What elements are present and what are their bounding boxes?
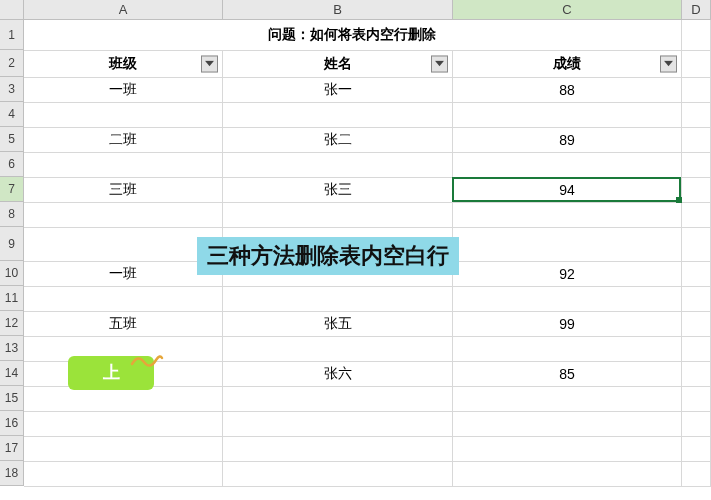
col-header-D[interactable]: D (682, 0, 711, 20)
row-header-13[interactable]: 13 (0, 336, 24, 361)
cell-D12[interactable] (682, 311, 711, 336)
row-header-3[interactable]: 3 (0, 77, 24, 102)
row-header-16[interactable]: 16 (0, 411, 24, 436)
cell-B11[interactable] (223, 286, 453, 311)
row-header-18[interactable]: 18 (0, 461, 24, 486)
cell-D13[interactable] (682, 336, 711, 361)
filter-button-score[interactable] (660, 55, 677, 72)
column-headers: A B C D (0, 0, 711, 20)
cell-C12[interactable]: 99 (453, 311, 682, 336)
header-class[interactable]: 班级 (24, 50, 223, 77)
cell-A7[interactable]: 三班 (24, 177, 223, 202)
header-class-label: 班级 (109, 55, 137, 71)
row-header-2[interactable]: 2 (0, 50, 24, 77)
row-header-5[interactable]: 5 (0, 127, 24, 152)
select-all-corner[interactable] (0, 0, 24, 20)
overlay-caption: 三种方法删除表内空白行 (197, 237, 459, 275)
cell-C13[interactable] (453, 336, 682, 361)
row-header-12[interactable]: 12 (0, 311, 24, 336)
cell-D10[interactable] (682, 261, 711, 286)
cell-B8[interactable] (223, 202, 453, 227)
cell-C6[interactable] (453, 152, 682, 177)
cell-D17[interactable] (682, 436, 711, 461)
cell-A11[interactable] (24, 286, 223, 311)
title-cell[interactable]: 问题：如何将表内空行删除 (24, 20, 682, 50)
cell-B5[interactable]: 张二 (223, 127, 453, 152)
row-header-15[interactable]: 15 (0, 386, 24, 411)
cell-B4[interactable] (223, 102, 453, 127)
cell-A4[interactable] (24, 102, 223, 127)
cell-A8[interactable] (24, 202, 223, 227)
cell-A16[interactable] (24, 411, 223, 436)
row-header-14[interactable]: 14 (0, 361, 24, 386)
col-header-B[interactable]: B (223, 0, 453, 20)
row-header-10[interactable]: 10 (0, 261, 24, 286)
cell-D11[interactable] (682, 286, 711, 311)
cell-A18[interactable] (24, 461, 223, 486)
cell-C5[interactable]: 89 (453, 127, 682, 152)
row-header-11[interactable]: 11 (0, 286, 24, 311)
cell-C4[interactable] (453, 102, 682, 127)
cell-A12[interactable]: 五班 (24, 311, 223, 336)
row-header-8[interactable]: 8 (0, 202, 24, 227)
filter-button-name[interactable] (431, 55, 448, 72)
cell-D16[interactable] (682, 411, 711, 436)
cell-B6[interactable] (223, 152, 453, 177)
cell-C9[interactable] (453, 227, 682, 261)
col-header-C[interactable]: C (453, 0, 682, 20)
cell-C15[interactable] (453, 386, 682, 411)
cell-D7[interactable] (682, 177, 711, 202)
cell-D15[interactable] (682, 386, 711, 411)
cell-B3[interactable]: 张一 (223, 77, 453, 102)
cell-C18[interactable] (453, 461, 682, 486)
cell-D9[interactable] (682, 227, 711, 261)
header-name-label: 姓名 (324, 55, 352, 71)
cell-B13[interactable] (223, 336, 453, 361)
cell-B14[interactable]: 张六 (223, 361, 453, 386)
cell-C7[interactable]: 94 (453, 177, 682, 202)
col-header-A[interactable]: A (24, 0, 223, 20)
row-header-4[interactable]: 4 (0, 102, 24, 127)
cell-B7[interactable]: 张三 (223, 177, 453, 202)
cell-B16[interactable] (223, 411, 453, 436)
cell-A3[interactable]: 一班 (24, 77, 223, 102)
cell-B18[interactable] (223, 461, 453, 486)
row-header-9[interactable]: 9 (0, 227, 24, 261)
cell-D14[interactable] (682, 361, 711, 386)
cell-B15[interactable] (223, 386, 453, 411)
header-score-label: 成绩 (553, 55, 581, 71)
scribble-icon (130, 350, 164, 370)
cell-C16[interactable] (453, 411, 682, 436)
filter-button-class[interactable] (201, 55, 218, 72)
header-score[interactable]: 成绩 (453, 50, 682, 77)
cell-D4[interactable] (682, 102, 711, 127)
cell-A17[interactable] (24, 436, 223, 461)
cell-D2[interactable] (682, 50, 711, 77)
cell-A10[interactable]: 一班 (24, 261, 223, 286)
cell-C11[interactable] (453, 286, 682, 311)
cell-A5[interactable]: 二班 (24, 127, 223, 152)
cell-D6[interactable] (682, 152, 711, 177)
cell-D5[interactable] (682, 127, 711, 152)
cell-D8[interactable] (682, 202, 711, 227)
cell-C8[interactable] (453, 202, 682, 227)
cell-C3[interactable]: 88 (453, 77, 682, 102)
cell-A6[interactable] (24, 152, 223, 177)
row-headers: 1 2 3 4 5 6 7 8 9 10 11 12 13 14 15 16 1… (0, 20, 24, 487)
cell-C17[interactable] (453, 436, 682, 461)
cell-D18[interactable] (682, 461, 711, 486)
cell-B12[interactable]: 张五 (223, 311, 453, 336)
header-name[interactable]: 姓名 (223, 50, 453, 77)
cell-A9[interactable] (24, 227, 223, 261)
cell-D1[interactable] (682, 20, 711, 50)
row-header-6[interactable]: 6 (0, 152, 24, 177)
cell-C10[interactable]: 92 (453, 261, 682, 286)
cell-C14[interactable]: 85 (453, 361, 682, 386)
cell-B17[interactable] (223, 436, 453, 461)
cell-D3[interactable] (682, 77, 711, 102)
row-header-17[interactable]: 17 (0, 436, 24, 461)
row-header-7[interactable]: 7 (0, 177, 24, 202)
row-header-1[interactable]: 1 (0, 20, 24, 50)
